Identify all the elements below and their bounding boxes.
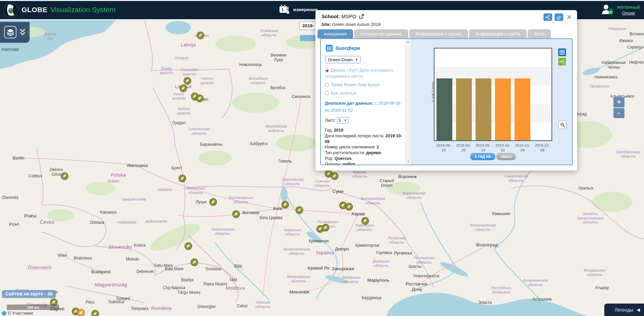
detail-row: Номер цикла озеленения: 2 <box>325 144 405 150</box>
radio-icon[interactable] <box>325 83 329 87</box>
chevron-down-icon: ▼ <box>355 58 358 61</box>
header-measurements-control[interactable]: 1 измерения <box>278 4 317 15</box>
leaf-number-select[interactable]: 5 ▼ <box>337 117 348 124</box>
date-range-label: Диапазон дат данных: <box>325 101 374 106</box>
dialog-action-icons: ✕ <box>543 13 572 21</box>
add-to-chart-button[interactable] <box>558 58 566 66</box>
collapse-double-chevron-icon[interactable] <box>19 28 26 36</box>
chart-x-axis-labels: 2019-09- 162019-09- 202019-09- 242019-10… <box>434 143 552 152</box>
layers-button[interactable] <box>4 26 16 38</box>
site-marker[interactable] <box>196 95 203 102</box>
chart-zoom-button[interactable] <box>559 121 567 129</box>
leaf-color-chart <box>434 48 552 141</box>
site-marker[interactable] <box>345 203 353 210</box>
bar-slot <box>454 48 473 140</box>
bar-2019-09-16[interactable] <box>437 78 452 140</box>
protocol-select-value: Green-Down <box>328 57 353 62</box>
radio-icon[interactable] <box>325 91 329 95</box>
site-marker[interactable] <box>210 198 217 206</box>
site-marker[interactable] <box>185 242 192 250</box>
leaf-row: Лист: 5 ▼ <box>325 117 405 124</box>
data-date-range[interactable]: Диапазон дат данных: с 2019-09-16 по 201… <box>325 100 401 114</box>
site-marker[interactable] <box>91 310 99 316</box>
zoom-out-button[interactable]: - <box>613 108 624 118</box>
data-table-button[interactable] <box>558 48 566 56</box>
protocol-select[interactable]: Green-Down ▼ <box>326 56 361 63</box>
legends-button[interactable]: Легенды ◀ <box>604 304 644 316</box>
tab-Информация о сайте[interactable]: Информация о сайте <box>469 29 527 38</box>
map-scale-bar: 100 км <box>7 305 59 310</box>
panel-scrollbar[interactable]: ▲ ▼ <box>405 39 411 165</box>
map-zoom-control: + - <box>613 97 624 118</box>
globe-logo[interactable] <box>3 3 18 17</box>
share-button[interactable] <box>543 13 552 21</box>
site-value: Green down Autum 2019 <box>332 22 381 27</box>
site-marker[interactable] <box>197 32 204 39</box>
radio-option[interactable]: Трава Финик Лиф Браун <box>325 82 402 88</box>
x-tick-label: 2019-09- 20 <box>454 143 473 152</box>
site-marker[interactable] <box>191 258 198 266</box>
radio-option[interactable]: Все зеленые <box>325 90 402 96</box>
options-link[interactable]: Опции <box>617 11 640 15</box>
biosphere-table-icon <box>326 44 333 52</box>
scroll-up-arrow-icon[interactable]: ▲ <box>406 40 411 43</box>
globe-visualization-app: HalmstadKalmar länVidzemeLatvijaZemgaleŠ… <box>0 0 644 316</box>
tab-Фото[interactable]: Фото <box>528 29 551 38</box>
close-dialog-button[interactable]: ✕ <box>567 13 572 21</box>
custom-range-button[interactable]: заказ <box>496 153 516 160</box>
dialog-title: School: MSPO <box>321 13 365 19</box>
attribution-text[interactable]: © Участники <box>8 311 33 316</box>
layers-panel <box>0 22 30 43</box>
permalink-button[interactable] <box>555 13 563 21</box>
site-marker[interactable] <box>362 217 369 224</box>
observation-details: Год: 2019Дата последней потери листа: 20… <box>325 128 405 165</box>
detail-row: Породы: робур <box>325 162 405 165</box>
scroll-down-arrow-icon[interactable]: ▼ <box>406 160 411 163</box>
site-marker[interactable] <box>322 224 329 231</box>
site-marker[interactable] <box>232 210 240 218</box>
bar-2019-10-04[interactable] <box>515 78 530 140</box>
radio-icon[interactable] <box>325 68 329 72</box>
measurements-panel: биосфера Green-Down ▼ Дерево / Куст Дата… <box>321 39 405 165</box>
site-marker[interactable] <box>184 77 191 84</box>
legends-button-label: Легенды <box>614 307 633 313</box>
magnifier-icon <box>560 122 565 128</box>
site-marker[interactable] <box>180 84 187 92</box>
bar-slot <box>473 48 493 140</box>
bar-2019-09-20[interactable] <box>456 78 472 140</box>
share-icon <box>545 15 550 20</box>
one-year-button[interactable]: 1 год на <box>470 153 495 160</box>
tab-Количество данных[interactable]: Количество данных <box>354 29 408 38</box>
open-school-link-icon[interactable] <box>358 14 365 19</box>
chart-tools <box>558 48 566 66</box>
site-marker[interactable] <box>179 175 186 182</box>
measurement-radio-group: Дерево / Куст Дата последнего потерянног… <box>325 67 402 96</box>
site-label: Site: <box>321 22 331 27</box>
school-value: MSPO <box>341 13 356 19</box>
detail-row: Тип растительности: дерево <box>325 150 405 156</box>
chart-range-buttons: 1 год на заказ <box>470 153 516 160</box>
bar-2019-09-24[interactable] <box>476 78 491 140</box>
bar-slot <box>513 48 532 140</box>
user-block[interactable]: желанный Опции <box>600 3 640 16</box>
svg-text:1: 1 <box>281 7 284 12</box>
tab-Информация о школе[interactable]: Информация о школе <box>409 29 468 38</box>
map-provider-logo-icon <box>1 310 7 316</box>
site-marker[interactable] <box>77 309 85 316</box>
site-marker[interactable] <box>281 201 289 208</box>
brand-name: GLOBE <box>22 6 47 14</box>
chart-plus-icon <box>558 58 566 66</box>
zoom-in-button[interactable]: + <box>613 97 624 107</box>
dialog-tabs: измеренияКоличество данныхИнформация о ш… <box>317 29 552 38</box>
detail-row: Дата последней потери листа: 2019-10-08 <box>325 133 405 145</box>
bar-2019-10-02[interactable] <box>495 78 511 140</box>
site-marker[interactable] <box>61 172 68 180</box>
leaf-select-value: 5 <box>339 118 341 123</box>
x-tick-label: 2019-10- 02 <box>493 143 513 152</box>
tab-измерения[interactable]: измерения <box>317 29 353 38</box>
layers-icon <box>6 28 14 36</box>
site-marker[interactable] <box>296 206 303 214</box>
brand-title: GLOBE Visualization System <box>22 6 116 14</box>
site-marker[interactable] <box>331 172 338 180</box>
radio-option[interactable]: Дерево / Куст Дата последнего потерянног… <box>325 67 402 79</box>
